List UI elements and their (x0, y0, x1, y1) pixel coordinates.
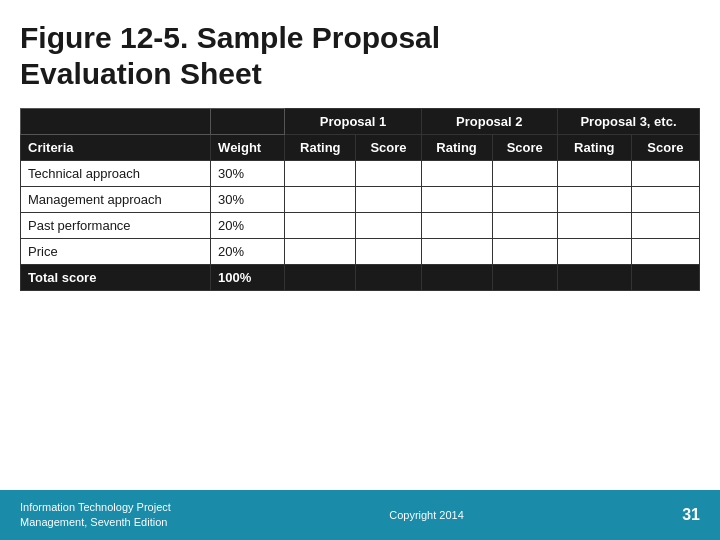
table-cell (492, 265, 557, 291)
table-cell (492, 213, 557, 239)
table-cell: 20% (211, 213, 285, 239)
table-cell (285, 239, 356, 265)
col-header-rating2: Rating (421, 135, 492, 161)
table-cell (356, 239, 421, 265)
col-header-weight: Weight (211, 135, 285, 161)
table-cell (356, 161, 421, 187)
table-cell: Total score (21, 265, 211, 291)
col-header-score1: Score (356, 135, 421, 161)
table-cell (285, 161, 356, 187)
table-cell: 100% (211, 265, 285, 291)
table-cell (557, 213, 631, 239)
col-header-score2: Score (492, 135, 557, 161)
table-cell (356, 187, 421, 213)
table-cell (356, 213, 421, 239)
footer-page-number: 31 (682, 506, 700, 524)
page: Figure 12-5. Sample Proposal Evaluation … (0, 0, 720, 540)
evaluation-table: Proposal 1 Proposal 2 Proposal 3, etc. C… (20, 108, 700, 291)
table-cell (557, 187, 631, 213)
table-cell (421, 239, 492, 265)
table-cell: 30% (211, 187, 285, 213)
table-cell (631, 187, 699, 213)
table-cell (285, 265, 356, 291)
table-row: Technical approach30% (21, 161, 700, 187)
header-proposal3: Proposal 3, etc. (557, 109, 699, 135)
header-proposal2: Proposal 2 (421, 109, 557, 135)
footer: Information Technology Project Managemen… (0, 490, 720, 540)
table-cell (492, 239, 557, 265)
title-line2: Evaluation Sheet (20, 57, 262, 90)
table-row: Management approach30% (21, 187, 700, 213)
table-row: Price20% (21, 239, 700, 265)
table-row: Past performance20% (21, 213, 700, 239)
table-cell (557, 265, 631, 291)
footer-left: Information Technology Project Managemen… (20, 500, 171, 531)
header-proposal1: Proposal 1 (285, 109, 421, 135)
table-wrapper: Proposal 1 Proposal 2 Proposal 3, etc. C… (20, 108, 700, 490)
footer-line1: Information Technology Project (20, 500, 171, 515)
table-cell (421, 187, 492, 213)
footer-copyright: Copyright 2014 (389, 509, 464, 521)
table-cell (631, 213, 699, 239)
table-cell (492, 161, 557, 187)
col-header-rating1: Rating (285, 135, 356, 161)
col-header-criteria: Criteria (21, 135, 211, 161)
table-cell (557, 239, 631, 265)
table-row: Total score100% (21, 265, 700, 291)
table-cell: 30% (211, 161, 285, 187)
table-cell (557, 161, 631, 187)
table-cell (421, 265, 492, 291)
table-cell (356, 265, 421, 291)
col-header-rating3: Rating (557, 135, 631, 161)
title-line1: Figure 12-5. Sample Proposal (20, 21, 440, 54)
table-cell: 20% (211, 239, 285, 265)
table-cell: Past performance (21, 213, 211, 239)
table-cell: Technical approach (21, 161, 211, 187)
table-cell (631, 265, 699, 291)
page-title: Figure 12-5. Sample Proposal Evaluation … (20, 20, 700, 92)
footer-line2: Management, Seventh Edition (20, 515, 171, 530)
table-cell: Management approach (21, 187, 211, 213)
table-header-row-2: Criteria Weight Rating Score Rating Scor… (21, 135, 700, 161)
table-cell (421, 213, 492, 239)
table-cell (421, 161, 492, 187)
table-header-row-1: Proposal 1 Proposal 2 Proposal 3, etc. (21, 109, 700, 135)
header-empty-1 (21, 109, 211, 135)
col-header-score3: Score (631, 135, 699, 161)
table-cell (285, 187, 356, 213)
header-empty-2 (211, 109, 285, 135)
table-cell (285, 213, 356, 239)
table-cell: Price (21, 239, 211, 265)
table-cell (492, 187, 557, 213)
table-cell (631, 161, 699, 187)
table-cell (631, 239, 699, 265)
